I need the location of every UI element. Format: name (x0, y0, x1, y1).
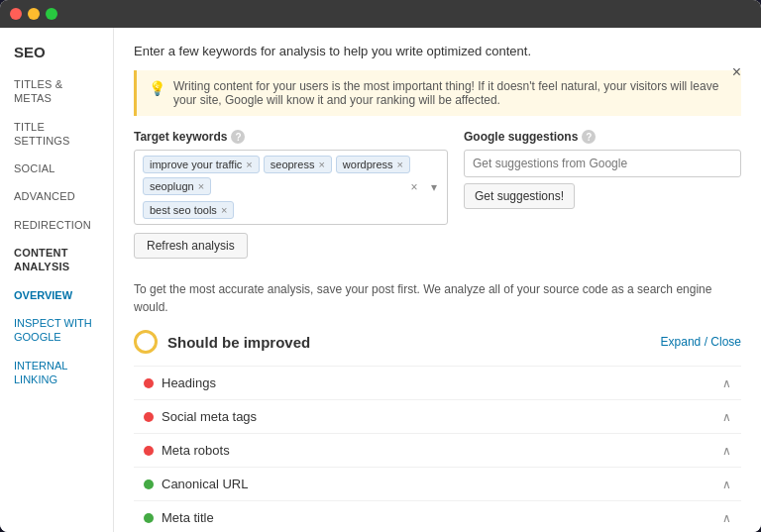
tag-seopress: seopress × (264, 156, 332, 173)
tags-input[interactable]: improve your traffic × seopress × wordpr… (134, 150, 448, 225)
sidebar-item-advanced[interactable]: ADVANCED (0, 182, 113, 210)
get-suggestions-button[interactable]: Get suggestions! (464, 183, 575, 209)
google-suggestions-input[interactable] (464, 150, 741, 177)
analysis-item-headings[interactable]: Headings ∧ (134, 366, 741, 399)
chevron-canonical: ∧ (722, 478, 731, 491)
item-label-meta-title: Meta title (162, 510, 214, 525)
seo-window: SEO Titles & Metas TITLE SETTINGS SOCIAL… (0, 0, 761, 532)
analysis-status: Should be improved (134, 330, 310, 354)
intro-text: Enter a few keywords for analysis to hel… (134, 44, 741, 58)
tags-clear-icon[interactable]: × (405, 178, 423, 196)
tag-close-improve[interactable]: × (246, 159, 252, 170)
chevron-headings: ∧ (722, 376, 731, 390)
analysis-header: Should be improved Expand / Close (134, 330, 741, 354)
sidebar-item-social[interactable]: SOCIAL (0, 155, 113, 182)
google-label: Google suggestions ? (464, 130, 741, 144)
tip-box: 💡 Writing content for your users is the … (134, 70, 741, 116)
minimize-traffic-light[interactable] (28, 8, 40, 20)
keywords-label: Target keywords ? (134, 130, 448, 144)
tip-text: Writing content for your users is the mo… (173, 79, 729, 107)
item-label-meta-robots: Meta robots (162, 443, 230, 458)
tag-best-seo: best seo tools × (143, 201, 234, 219)
status-text: Should be improved (167, 334, 310, 351)
sidebar-item-internal-linking[interactable]: INTERNAL LINKING (0, 352, 113, 394)
tag-close-seopress[interactable]: × (318, 159, 324, 170)
keywords-section: Target keywords ? improve your traffic ×… (134, 130, 741, 268)
dot-meta-robots (144, 446, 154, 456)
analysis-item-meta-robots[interactable]: Meta robots ∧ (134, 433, 741, 467)
tags-expand-icon[interactable]: ▾ (425, 178, 443, 196)
analysis-item-canonical[interactable]: Canonical URL ∧ (134, 467, 741, 500)
main-content: × Enter a few keywords for analysis to h… (114, 28, 761, 532)
lightbulb-icon: 💡 (149, 80, 165, 96)
analysis-item-meta-title[interactable]: Meta title ∧ (134, 500, 741, 532)
traffic-lights (10, 8, 57, 20)
sidebar: SEO Titles & Metas TITLE SETTINGS SOCIAL… (0, 28, 114, 532)
dot-social (144, 412, 154, 422)
sidebar-item-titles-metas[interactable]: Titles & Metas (0, 70, 113, 113)
tags-actions: × ▾ (405, 178, 443, 196)
maximize-traffic-light[interactable] (46, 8, 57, 20)
chevron-meta-robots: ∧ (722, 444, 731, 458)
sidebar-item-inspect-google[interactable]: INSPECT WITH GOOGLE (0, 309, 113, 352)
chevron-social: ∧ (722, 410, 731, 424)
item-label-headings: Headings (162, 375, 216, 390)
analysis-item-social[interactable]: Social meta tags ∧ (134, 399, 741, 433)
tag-close-seoplugn[interactable]: × (198, 180, 204, 192)
sidebar-item-overview[interactable]: OVERVIEW (0, 281, 113, 309)
window-content: SEO Titles & Metas TITLE SETTINGS SOCIAL… (0, 28, 761, 532)
item-label-social: Social meta tags (162, 409, 257, 424)
refresh-analysis-button[interactable]: Refresh analysis (134, 233, 248, 259)
sidebar-title: SEO (0, 38, 113, 70)
dot-canonical (144, 479, 154, 489)
status-circle (134, 330, 158, 354)
dot-meta-title (144, 513, 154, 523)
keywords-left: Target keywords ? improve your traffic ×… (134, 130, 448, 268)
expand-link[interactable]: Expand (661, 335, 702, 349)
tag-seoplugn: seoplugn × (143, 177, 211, 195)
google-help-icon[interactable]: ? (582, 130, 596, 144)
chevron-meta-title: ∧ (722, 511, 731, 525)
close-traffic-light[interactable] (10, 8, 22, 20)
google-suggestions: Google suggestions ? Get suggestions! (464, 130, 741, 209)
analysis-note: To get the most accurate analysis, save … (134, 280, 741, 316)
item-label-canonical: Canonical URL (162, 477, 248, 491)
tag-close-best-seo[interactable]: × (221, 204, 227, 216)
sidebar-item-redirection[interactable]: REDIRECTION (0, 211, 113, 239)
titlebar (0, 0, 761, 28)
expand-close: Expand / Close (661, 335, 741, 349)
close-button[interactable]: × (732, 63, 741, 81)
close-analysis-link[interactable]: Close (710, 335, 741, 349)
analysis-list: Headings ∧ Social meta tags ∧ Me (134, 366, 741, 532)
sidebar-item-content-analysis[interactable]: Content Analysis (0, 239, 113, 281)
tag-improve: improve your traffic × (143, 156, 260, 173)
dot-headings (144, 378, 154, 388)
tag-wordpress: wordpress × (336, 156, 410, 173)
keywords-help-icon[interactable]: ? (231, 130, 245, 144)
sidebar-item-title-settings[interactable]: TITLE SETTINGS (0, 113, 113, 156)
tag-close-wordpress[interactable]: × (397, 159, 403, 170)
